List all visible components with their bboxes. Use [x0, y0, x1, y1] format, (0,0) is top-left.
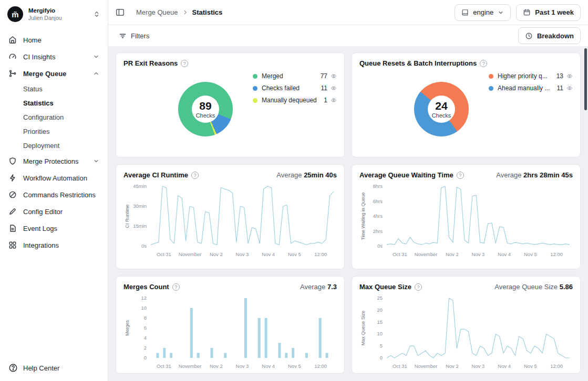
svg-text:0s: 0s — [377, 243, 383, 249]
breadcrumb-parent[interactable]: Merge Queue — [136, 8, 178, 16]
chevron-down-icon — [498, 9, 504, 16]
sidebar-item-ci-insights[interactable]: CI Insights — [0, 48, 108, 65]
svg-text:2: 2 — [144, 345, 147, 351]
card-queue-resets: Queue Resets & Batch Interruptions 24 Ch… — [352, 52, 581, 157]
svg-text:2hrs: 2hrs — [373, 228, 383, 234]
sidebar-item-label: Merge Queue — [23, 70, 66, 78]
sidebar-item-deployment[interactable]: Deployment — [0, 139, 108, 153]
sidebar-item-merge-protections[interactable]: Merge Protections — [0, 153, 108, 170]
sidebar-item-status[interactable]: Status — [0, 82, 108, 96]
eye-icon[interactable] — [566, 86, 573, 91]
breakdown-button[interactable]: Breakdown — [518, 27, 581, 44]
filters-button[interactable]: Filters — [116, 30, 152, 42]
donut-center: 89 Checks — [178, 82, 233, 136]
svg-text:Nov 5: Nov 5 — [524, 251, 537, 257]
app: m̃ Mergifyio Julien Danjou Home CI Insig… — [0, 0, 588, 381]
average-label: Average 7.3 — [300, 283, 337, 291]
svg-text:10: 10 — [377, 331, 383, 336]
svg-text:Nov 2: Nov 2 — [446, 363, 459, 369]
average-label: Average Queue Size 5.86 — [494, 283, 573, 291]
help-center-link[interactable]: Help Center — [0, 355, 108, 381]
document-icon — [8, 224, 17, 232]
svg-text:Nov 5: Nov 5 — [524, 363, 537, 369]
max-queue-size-chart: Max Queue Size0510152025Oct 31NovemberNo… — [359, 293, 574, 372]
select-updown-icon[interactable] — [93, 10, 100, 18]
breakdown-label: Breakdown — [537, 32, 574, 40]
svg-text:45min: 45min — [133, 183, 147, 189]
donut-center-label: Checks — [196, 112, 215, 119]
sidebar-item-merge-queue[interactable]: Merge Queue — [0, 65, 108, 82]
eye-icon[interactable] — [331, 98, 337, 103]
shield-icon — [8, 157, 17, 165]
sidebar-item-event-logs[interactable]: Event Logs — [0, 220, 108, 237]
legend: Higher priority q... 13 Ahead manually .… — [489, 72, 573, 92]
average-value: 5.86 — [560, 283, 573, 291]
chevron-up-icon — [93, 70, 99, 77]
org-switcher[interactable]: m̃ Mergifyio Julien Danjou — [0, 0, 108, 27]
average-value: 7.3 — [327, 283, 337, 291]
sidebar-item-statistics[interactable]: Statistics — [0, 96, 108, 110]
sidebar-item-home[interactable]: Home — [0, 31, 108, 48]
average-value: 25min 40s — [304, 171, 337, 179]
eye-icon[interactable] — [566, 73, 573, 79]
svg-text:Nov 5: Nov 5 — [288, 251, 301, 257]
average-prefix: Average Queue Size — [494, 283, 558, 291]
org-block: Mergifyio Julien Danjou — [28, 7, 62, 22]
eye-icon[interactable] — [331, 73, 337, 79]
help-icon[interactable] — [191, 172, 199, 179]
sidebar-item-workflow-automation[interactable]: Workflow Automation — [0, 170, 108, 186]
eye-icon[interactable] — [331, 86, 337, 91]
legend-item: Manually dequeued 1 — [253, 97, 337, 104]
restriction-icon — [8, 190, 17, 199]
calendar-icon — [523, 8, 531, 16]
svg-text:25: 25 — [377, 295, 383, 301]
svg-text:4hrs: 4hrs — [373, 213, 383, 219]
svg-text:6hrs: 6hrs — [373, 198, 383, 204]
sidebar-item-integrations[interactable]: Integrations — [0, 237, 108, 253]
sidebar-item-config-editor[interactable]: Config Editor — [0, 203, 108, 220]
help-icon[interactable] — [181, 60, 188, 67]
chevron-down-icon — [93, 158, 99, 164]
help-icon[interactable] — [480, 60, 487, 67]
svg-text:10: 10 — [141, 305, 147, 311]
card-title: PR Exit Reasons — [123, 59, 178, 67]
help-icon[interactable] — [457, 172, 464, 179]
svg-text:8hrs: 8hrs — [373, 183, 383, 189]
pencil-icon — [8, 207, 17, 216]
legend-dot — [489, 86, 493, 91]
svg-text:12:00: 12:00 — [550, 363, 563, 369]
sidebar-item-commands-restrictions[interactable]: Commands Restrictions — [0, 186, 108, 203]
legend-value: 77 — [321, 72, 327, 80]
svg-text:Oct 31: Oct 31 — [157, 363, 171, 369]
help-center-label: Help Center — [23, 364, 59, 372]
average-value: 2hrs 28min 45s — [523, 171, 573, 179]
merges-count-chart: Merges024681012Oct 31NovemberNov 2Nov 3N… — [123, 293, 338, 372]
sidebar-item-configuration[interactable]: Configuration — [0, 110, 108, 124]
legend: Merged 77 Checks failed 11 — [253, 72, 337, 104]
repo-selector-button[interactable]: engine — [455, 4, 511, 21]
legend-dot — [253, 86, 257, 91]
svg-text:November: November — [179, 363, 202, 369]
svg-text:20: 20 — [377, 307, 383, 313]
integrations-icon — [8, 241, 17, 249]
help-icon[interactable] — [172, 283, 180, 291]
sidebar-item-label: Integrations — [23, 241, 59, 249]
average-label: Average 25min 40s — [276, 171, 337, 179]
sidebar-item-label: Commands Restrictions — [23, 191, 96, 199]
date-range-button[interactable]: Past 1 week — [516, 4, 581, 21]
sidebar-toggle-icon[interactable] — [116, 8, 125, 17]
average-prefix: Average — [496, 171, 521, 179]
help-icon[interactable] — [415, 283, 422, 291]
vertical-scrollbar[interactable] — [584, 48, 587, 110]
legend-label: Manually dequeued — [262, 97, 319, 104]
sidebar-item-priorities[interactable]: Priorities — [0, 124, 108, 139]
svg-text:Nov 4: Nov 4 — [262, 251, 275, 257]
filters-label: Filters — [131, 32, 149, 40]
svg-text:12:00: 12:00 — [550, 251, 563, 257]
repo-selector-label: engine — [473, 8, 493, 16]
svg-text:5: 5 — [380, 343, 383, 348]
svg-text:0: 0 — [144, 355, 147, 361]
svg-text:November: November — [415, 251, 438, 257]
topbar: Merge Queue Statistics engine Past 1 wee… — [108, 0, 588, 25]
card-title: Queue Resets & Batch Interruptions — [359, 59, 477, 67]
